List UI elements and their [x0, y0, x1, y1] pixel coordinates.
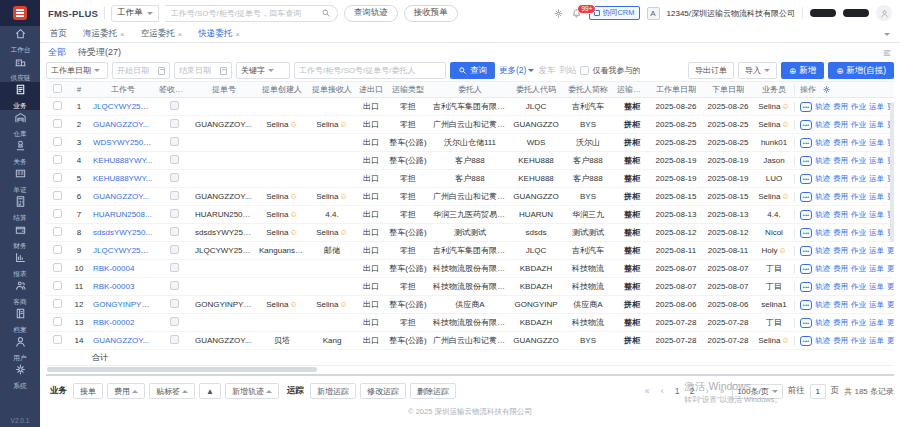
close-tab-icon[interactable]: ×	[178, 30, 183, 39]
op-link-4[interactable]: 运单	[869, 210, 884, 220]
only-mine-filter[interactable]: 仅看我参与的	[580, 65, 640, 76]
sign-confirm-checkbox[interactable]	[170, 173, 179, 182]
op-link-1[interactable]: 轨迹	[815, 228, 830, 238]
sign-confirm-checkbox[interactable]	[170, 263, 179, 272]
only-mine-checkbox[interactable]	[580, 66, 589, 75]
op-link-2[interactable]: 费用	[833, 264, 848, 274]
scrollbar-thumb[interactable]	[47, 367, 317, 372]
op-link-3[interactable]: 作业	[851, 102, 866, 112]
query-track-button[interactable]: 查询轨迹	[344, 5, 398, 22]
comment-icon[interactable]: •••	[800, 192, 812, 202]
depart-button[interactable]: 发车	[538, 65, 555, 77]
end-date-input[interactable]	[179, 66, 217, 75]
op-link-3[interactable]: 作业	[851, 192, 866, 202]
sidebar-item-customs[interactable]: 关务	[0, 138, 40, 166]
op-link-4[interactable]: 运单	[869, 120, 884, 130]
sidebar-item-system[interactable]: 系统	[0, 362, 40, 390]
sidebar-item-users[interactable]: 用户	[0, 334, 40, 362]
sign-confirm-checkbox[interactable]	[170, 119, 179, 128]
sign-confirm-checkbox[interactable]	[170, 245, 179, 254]
op-link-1[interactable]: 轨迹	[815, 246, 830, 256]
sidebar-item-settlement[interactable]: 结算	[0, 194, 40, 222]
comment-icon[interactable]: •••	[800, 246, 812, 256]
sign-confirm-checkbox[interactable]	[170, 137, 179, 146]
horizontal-scrollbar[interactable]	[46, 366, 894, 373]
op-link-5[interactable]: 更多	[887, 300, 894, 310]
sidebar-item-business[interactable]: 业务	[0, 82, 40, 110]
sign-confirm-checkbox[interactable]	[170, 281, 179, 290]
start-date-field[interactable]	[112, 62, 170, 79]
op-link-1[interactable]: 轨迹	[815, 174, 830, 184]
job-number-link[interactable]: GUANGZZOY...	[93, 192, 149, 201]
sidebar-item-documents[interactable]: 单证	[0, 166, 40, 194]
op-link-4[interactable]: 运单	[869, 318, 884, 328]
op-link-2[interactable]: 费用	[833, 246, 848, 256]
tab-express-orders[interactable]: 快递委托×	[198, 28, 240, 40]
op-link-2[interactable]: 费用	[833, 282, 848, 292]
last-page-button[interactable]: »	[717, 386, 727, 396]
crm-button[interactable]: 协同CRM	[589, 6, 639, 20]
user-menu[interactable]	[876, 5, 892, 21]
comment-icon[interactable]: •••	[800, 102, 812, 112]
row-checkbox[interactable]	[53, 227, 62, 236]
op-link-4[interactable]: 运单	[869, 192, 884, 202]
subtab-pending[interactable]: 待受理(27)	[78, 46, 121, 59]
op-link-2[interactable]: 费用	[833, 174, 848, 184]
keyword-field[interactable]	[294, 62, 446, 79]
comment-icon[interactable]: •••	[800, 336, 812, 346]
op-link-4[interactable]: 运单	[869, 102, 884, 112]
op-link-1[interactable]: 轨迹	[815, 336, 830, 346]
end-date-field[interactable]	[174, 62, 232, 79]
op-link-2[interactable]: 费用	[833, 210, 848, 220]
page-size-select[interactable]: 100条/页	[732, 384, 783, 399]
job-number-link[interactable]: HUARUN2508...	[93, 210, 152, 219]
row-checkbox[interactable]	[53, 263, 62, 272]
receive-preorder-button[interactable]: 接收预单	[404, 5, 458, 22]
op-link-1[interactable]: 轨迹	[815, 138, 830, 148]
row-checkbox[interactable]	[53, 335, 62, 344]
tab-air-orders[interactable]: 空运委托×	[141, 28, 183, 40]
op-link-3[interactable]: 作业	[851, 264, 866, 274]
job-number-link[interactable]: sdsdsYWY250...	[93, 228, 152, 237]
batch-button[interactable]: 费用	[107, 383, 145, 399]
tabs-collapse-icon[interactable]	[884, 33, 890, 39]
jump-page-input[interactable]	[810, 384, 826, 399]
op-link-2[interactable]: 费用	[833, 228, 848, 238]
row-checkbox[interactable]	[53, 245, 62, 254]
search-button[interactable]: 查询	[450, 62, 495, 79]
row-checkbox[interactable]	[53, 191, 62, 200]
op-link-1[interactable]: 轨迹	[815, 300, 830, 310]
sidebar-item-archives[interactable]: 档案	[0, 306, 40, 334]
export-orders-button[interactable]: 导出订单	[688, 62, 734, 79]
op-link-5[interactable]: 更多	[887, 336, 894, 346]
batch-button[interactable]: ▲	[199, 383, 221, 399]
date-type-select[interactable]: 工作单日期	[46, 62, 108, 79]
comment-icon[interactable]: •••	[800, 300, 812, 310]
job-number-link[interactable]: WDSYWY2508...	[93, 138, 154, 147]
op-link-2[interactable]: 费用	[833, 102, 848, 112]
sidebar-item-warehouse[interactable]: 仓库	[0, 110, 40, 138]
batch-button[interactable]: 删除运踪	[410, 383, 456, 399]
sign-confirm-checkbox[interactable]	[170, 209, 179, 218]
row-checkbox[interactable]	[53, 101, 62, 110]
op-link-4[interactable]: 运单	[869, 228, 884, 238]
comment-icon[interactable]: •••	[800, 264, 812, 274]
page-number-1[interactable]: 1	[672, 386, 682, 396]
comment-icon[interactable]: •••	[800, 282, 812, 292]
job-number-link[interactable]: GUANGZZOY...	[93, 336, 149, 345]
job-number-link[interactable]: JLQCYWY2508...	[93, 246, 156, 255]
row-checkbox[interactable]	[53, 155, 62, 164]
sidebar-item-reports[interactable]: 报表	[0, 250, 40, 278]
job-number-link[interactable]: JLQCYWY2508...	[93, 102, 156, 111]
row-checkbox[interactable]	[53, 299, 62, 308]
comment-icon[interactable]: •••	[800, 318, 812, 328]
row-checkbox[interactable]	[53, 119, 62, 128]
op-link-3[interactable]: 作业	[851, 318, 866, 328]
sidebar-item-partners[interactable]: 客商	[0, 278, 40, 306]
search-scope-select[interactable]: 工作单	[111, 5, 159, 22]
op-link-3[interactable]: 作业	[851, 336, 866, 346]
comment-icon[interactable]: •••	[800, 210, 812, 220]
search-icon[interactable]	[321, 8, 331, 18]
op-link-1[interactable]: 轨迹	[815, 192, 830, 202]
batch-button[interactable]: 新增轨迹	[225, 383, 279, 399]
